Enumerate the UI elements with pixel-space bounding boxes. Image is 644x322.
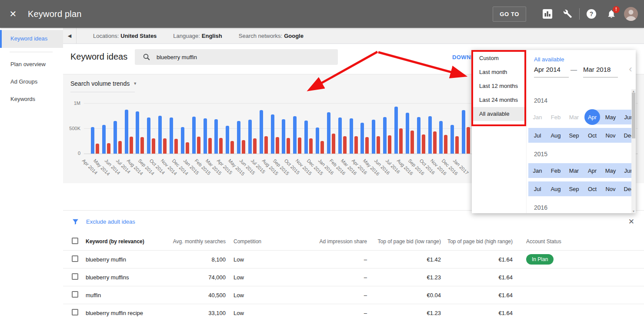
preset-option-last-24-months[interactable]: Last 24 months <box>472 93 526 107</box>
calendar-month-nov[interactable]: Nov <box>601 128 620 143</box>
all-available-link[interactable]: All available <box>534 56 564 63</box>
chart-bar <box>163 138 167 154</box>
preset-option-last-month[interactable]: Last month <box>472 65 526 79</box>
wrench-icon <box>562 9 573 19</box>
calendar-month-sep[interactable]: Sep <box>565 128 583 143</box>
ad-impression-share-cell: – <box>286 274 370 281</box>
networks-value: Google <box>284 33 304 39</box>
calendar-month-jun[interactable]: Jun <box>620 163 631 178</box>
chart-bar <box>410 131 414 154</box>
chart-bar <box>455 136 459 154</box>
chart-bar <box>214 119 218 154</box>
calendar-month-dec[interactable]: Dec <box>620 128 631 143</box>
locations-filter[interactable]: Locations:United States <box>93 33 157 39</box>
preset-option-custom[interactable]: Custom <box>472 51 526 65</box>
chart-bar <box>113 121 117 154</box>
chart-bar <box>304 121 308 154</box>
calendar-month-jul[interactable]: Jul <box>528 181 547 196</box>
calendar-month-may[interactable]: May <box>601 110 620 124</box>
chart-bar <box>350 118 353 154</box>
language-filter[interactable]: Language:English <box>173 33 222 39</box>
select-all-checkbox[interactable] <box>72 238 78 244</box>
row-checkbox[interactable] <box>72 291 78 298</box>
chart-bar <box>360 123 364 154</box>
calendar-month-feb[interactable]: Feb <box>547 110 565 124</box>
calendar-month-apr[interactable]: Apr <box>583 110 601 124</box>
sidebar: Keyword ideasPlan overviewAd GroupsKeywo… <box>0 28 63 322</box>
chart-bar <box>264 136 268 154</box>
calendar-month-mar[interactable]: Mar <box>565 163 583 178</box>
sidebar-item-keyword-ideas[interactable]: Keyword ideas <box>0 30 63 48</box>
column-header[interactable]: Ad impression share <box>286 238 370 245</box>
chart-bar <box>372 120 375 154</box>
exclude-adult-ideas-link[interactable]: Exclude adult ideas <box>86 218 135 225</box>
keyword-search-input[interactable]: blueberry muffin <box>135 49 338 65</box>
calendar-month-nov[interactable]: Nov <box>601 181 620 196</box>
calendar-month-apr[interactable]: Apr <box>583 163 601 178</box>
collapse-panel-button[interactable]: ◀ <box>63 28 77 44</box>
networks-filter[interactable]: Search networks:Google <box>239 33 304 39</box>
sidebar-item-ad-groups[interactable]: Ad Groups <box>0 73 63 91</box>
calendar-month-jul[interactable]: Jul <box>528 128 547 143</box>
calendar-month-aug[interactable]: Aug <box>547 181 565 196</box>
table-row[interactable]: muffin40,500Low–€0.04€1.64 <box>63 286 644 304</box>
calendar-scrollbar[interactable]: ▲ ▼ <box>631 89 636 213</box>
competition-cell: Low <box>229 256 286 263</box>
column-header[interactable]: Avg. monthly searches <box>168 238 229 245</box>
sidebar-item-keywords[interactable]: Keywords <box>0 91 63 108</box>
notifications-button[interactable]: ! <box>601 5 621 23</box>
column-header[interactable]: Competition <box>229 238 286 245</box>
chart-bar <box>230 141 234 154</box>
calendar-month-mar[interactable]: Mar <box>565 110 583 124</box>
calendar-month-sep[interactable]: Sep <box>565 181 583 196</box>
chart-bar <box>170 117 173 154</box>
calendar-month-aug[interactable]: Aug <box>547 128 565 143</box>
end-date-input[interactable]: Mar 2018 <box>583 66 618 77</box>
calendar-month-jun[interactable]: Jun <box>620 110 631 124</box>
start-date-input[interactable]: Apr 2014 <box>534 66 569 77</box>
table-row[interactable]: blueberry muffin8,100Low–€1.42€1.64In Pl… <box>63 250 644 268</box>
table-row[interactable]: blueberry muffins74,000Low–€1.23€1.64 <box>63 268 644 286</box>
row-checkbox[interactable] <box>72 309 78 315</box>
sidebar-item-plan-overview[interactable]: Plan overview <box>0 56 63 73</box>
tools-wrench-icon[interactable] <box>557 5 577 23</box>
calendar-month-oct[interactable]: Oct <box>583 128 601 143</box>
close-icon[interactable]: ✕ <box>8 9 18 19</box>
competition-cell: Low <box>229 310 286 316</box>
chart-bar <box>444 135 447 154</box>
table-row[interactable]: blueberry muffin recipe33,100Low–€1.23€1… <box>63 304 644 322</box>
chart-bar <box>237 121 240 154</box>
preset-option-all-available[interactable]: All available <box>472 107 526 121</box>
account-status-cell: In Plan <box>516 254 644 265</box>
calendar-month-may[interactable]: May <box>601 163 620 178</box>
column-header[interactable]: Account Status <box>516 238 644 245</box>
language-value: English <box>202 33 222 39</box>
column-header[interactable]: Top of page bid (low range) <box>370 238 444 245</box>
close-filter-icon[interactable]: ✕ <box>628 217 634 226</box>
row-checkbox-cell <box>63 291 86 299</box>
scrollbar-thumb[interactable] <box>632 93 635 138</box>
column-header[interactable]: Top of page bid (high range) <box>444 238 516 245</box>
column-header[interactable]: Keyword (by relevance) <box>86 238 168 245</box>
chart-bar <box>406 113 409 154</box>
chevron-left-icon[interactable]: ‹ <box>624 65 636 74</box>
svg-text:?: ? <box>590 10 594 17</box>
language-label: Language: <box>173 33 200 39</box>
chart-bar <box>204 118 207 154</box>
row-checkbox[interactable] <box>72 273 78 280</box>
calendar-month-oct[interactable]: Oct <box>583 181 601 196</box>
top-bid-high-cell: €1.64 <box>444 292 516 299</box>
go-to-button[interactable]: GO TO <box>493 7 526 22</box>
reports-columns-icon[interactable] <box>537 5 557 23</box>
help-button[interactable]: ? <box>581 5 601 23</box>
calendar-month-feb[interactable]: Feb <box>547 163 565 178</box>
keyword-cell: blueberry muffins <box>86 274 168 281</box>
avatar[interactable] <box>624 7 638 21</box>
row-checkbox[interactable] <box>72 255 78 262</box>
chart-bar <box>309 138 313 154</box>
top-bid-high-cell: €1.64 <box>444 310 516 316</box>
calendar-month-dec[interactable]: Dec <box>620 181 631 196</box>
calendar-month-jan[interactable]: Jan <box>528 163 547 178</box>
calendar-month-jan[interactable]: Jan <box>528 110 547 124</box>
preset-option-last-12-months[interactable]: Last 12 months <box>472 79 526 93</box>
